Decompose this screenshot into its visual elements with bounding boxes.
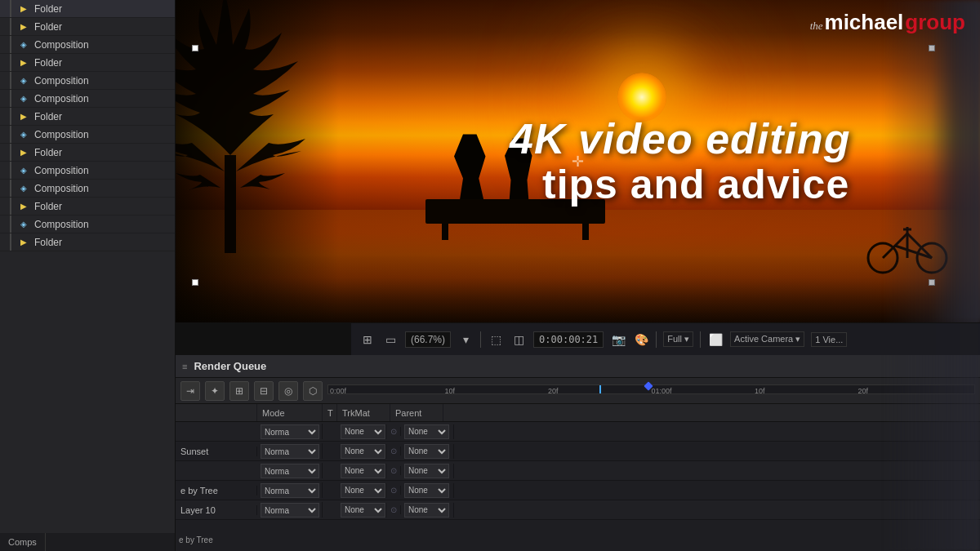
monitor-icon[interactable]: ▭: [382, 333, 399, 346]
region-icon[interactable]: ◫: [510, 333, 527, 346]
folder-icon: ▶: [18, 3, 29, 15]
layer-row-2[interactable]: NormaNone⊙None: [176, 461, 980, 481]
project-item-2[interactable]: ◈Composition: [0, 36, 175, 54]
layer-link-icon-2[interactable]: ⊙: [386, 466, 401, 475]
mode-select-0[interactable]: Norma: [261, 424, 319, 439]
parent-select-0[interactable]: None: [404, 424, 449, 439]
sep2: [656, 331, 657, 348]
composition-icon: ◈: [18, 129, 29, 140]
mode-cell-4: Norma: [257, 502, 323, 518]
mode-cell-1: Norma: [257, 443, 323, 460]
view-options-icon[interactable]: ⬜: [707, 333, 724, 346]
mode-select-1[interactable]: Norma: [261, 444, 319, 459]
layer-row-4[interactable]: Layer 10NormaNone⊙None: [176, 500, 980, 520]
layer-link-icon-3[interactable]: ⊙: [386, 486, 401, 495]
project-item-11[interactable]: ▶Folder: [0, 198, 175, 216]
trkmat-select-2[interactable]: None: [341, 464, 385, 478]
timeline-tab-comps-label[interactable]: ≡: [182, 362, 187, 371]
project-item-7[interactable]: ◈Composition: [0, 126, 175, 144]
bottom-tab-bar: Comps: [0, 533, 175, 551]
folder-icon: ▶: [18, 111, 29, 122]
color-icon[interactable]: 🎨: [633, 333, 649, 346]
indent-line: [10, 126, 11, 143]
ruler-playhead[interactable]: [599, 385, 601, 393]
project-item-8[interactable]: ▶Folder: [0, 144, 175, 162]
indent-line: [10, 162, 11, 179]
project-item-label: Folder: [34, 201, 62, 212]
parent-cell-0: None: [401, 424, 454, 439]
timecode-display[interactable]: 0:00:00:21: [533, 331, 604, 348]
trkmat-select-0[interactable]: None: [341, 424, 385, 439]
right-blur-panel: [882, 0, 980, 551]
layer-row-1[interactable]: SunsetNormaNone⊙None: [176, 442, 980, 461]
layer-row-3[interactable]: e by TreeNormaNone⊙None: [176, 481, 980, 500]
parent-cell-2: None: [401, 464, 454, 478]
render-queue-tab[interactable]: Render Queue: [194, 360, 266, 372]
project-item-6[interactable]: ▶Folder: [0, 108, 175, 126]
layer-link-icon-4[interactable]: ⊙: [386, 505, 401, 514]
trkmat-select-3[interactable]: None: [341, 483, 385, 498]
fit-icon[interactable]: ⬚: [488, 333, 504, 346]
zoom-level[interactable]: (66.7%): [405, 331, 451, 348]
project-item-label: Composition: [34, 93, 89, 104]
mode-select-3[interactable]: Norma: [261, 483, 319, 498]
parent-select-3[interactable]: None: [404, 483, 449, 498]
sep3: [700, 331, 701, 348]
project-item-label: Folder: [34, 3, 62, 15]
trkmat-select-4[interactable]: None: [341, 503, 385, 518]
layer-link-icon-0[interactable]: ⊙: [386, 427, 401, 436]
project-item-0[interactable]: ▶Folder: [0, 0, 175, 18]
tool-circle[interactable]: ◎: [278, 381, 298, 401]
tool-grid[interactable]: ⊟: [254, 381, 274, 401]
handle-bl[interactable]: [192, 279, 198, 286]
project-item-label: Folder: [34, 237, 62, 248]
indent-line: [10, 108, 11, 125]
project-item-12[interactable]: ◈Composition: [0, 216, 175, 233]
project-item-13[interactable]: ▶Folder: [0, 233, 175, 251]
quality-dropdown[interactable]: Full ▾: [663, 331, 693, 347]
project-item-3[interactable]: ▶Folder: [0, 54, 175, 72]
folder-icon: ▶: [18, 57, 29, 69]
project-item-1[interactable]: ▶Folder: [0, 18, 175, 36]
project-item-label: Folder: [34, 147, 62, 158]
parent-select-1[interactable]: None: [404, 444, 449, 459]
timeline-panel: ≡ Render Queue ⇥ ✦ ⊞ ⊟ ◎ ⬡ 0:00f 10f 20f…: [176, 355, 980, 551]
mode-cell-0: Norma: [257, 424, 323, 440]
composition-icon: ◈: [18, 93, 29, 104]
tool-box[interactable]: ⊞: [229, 381, 249, 401]
parent-select-2[interactable]: None: [404, 464, 449, 478]
parent-select-4[interactable]: None: [404, 503, 449, 518]
tab-comps[interactable]: Comps: [0, 533, 46, 551]
screen-icon[interactable]: ⊞: [359, 333, 376, 346]
parent-cell-1: None: [401, 444, 454, 459]
tool-star[interactable]: ✦: [205, 381, 225, 401]
mode-select-4[interactable]: Norma: [261, 503, 319, 518]
project-item-9[interactable]: ◈Composition: [0, 162, 175, 180]
project-item-10[interactable]: ◈Composition: [0, 180, 175, 198]
project-item-5[interactable]: ◈Composition: [0, 90, 175, 108]
tick-20f: 20f: [548, 387, 559, 395]
folder-icon: ▶: [18, 237, 29, 248]
project-item-label: Composition: [34, 219, 89, 230]
handle-tl[interactable]: [192, 45, 198, 51]
tool-select[interactable]: ⇥: [180, 381, 200, 401]
views-dropdown[interactable]: 1 Vie...: [811, 332, 847, 347]
mode-cell-2: Norma: [257, 463, 323, 479]
camera-snap-icon[interactable]: 📷: [610, 333, 626, 346]
project-item-4[interactable]: ◈Composition: [0, 72, 175, 90]
composition-icon: ◈: [18, 219, 29, 230]
project-item-label: Folder: [34, 111, 62, 122]
composition-icon: ◈: [18, 165, 29, 176]
mode-select-2[interactable]: Norma: [261, 464, 319, 478]
timeline-ruler-area: 0:00f 10f 20f 01:00f 10f 20f: [327, 378, 975, 404]
trkmat-select-1[interactable]: None: [341, 444, 385, 459]
layer-row-0[interactable]: NormaNone⊙None: [176, 422, 980, 442]
layer-link-icon-1[interactable]: ⊙: [386, 447, 401, 455]
zoom-dropdown-icon[interactable]: ▾: [457, 333, 474, 346]
camera-dropdown[interactable]: Active Camera ▾: [730, 331, 804, 347]
crosshair: ✛: [572, 153, 584, 171]
layer-rows: NormaNone⊙NoneSunsetNormaNone⊙NoneNormaN…: [176, 422, 980, 520]
tool-mask[interactable]: ⬡: [303, 381, 323, 401]
indent-line: [10, 18, 11, 35]
logo-the: the: [810, 20, 823, 33]
